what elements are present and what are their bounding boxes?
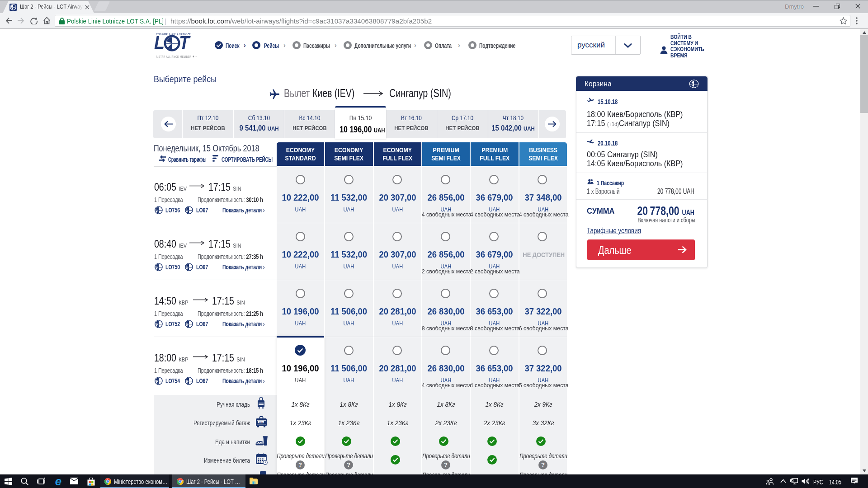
svg-text:23 kg: 23 kg <box>259 421 264 423</box>
